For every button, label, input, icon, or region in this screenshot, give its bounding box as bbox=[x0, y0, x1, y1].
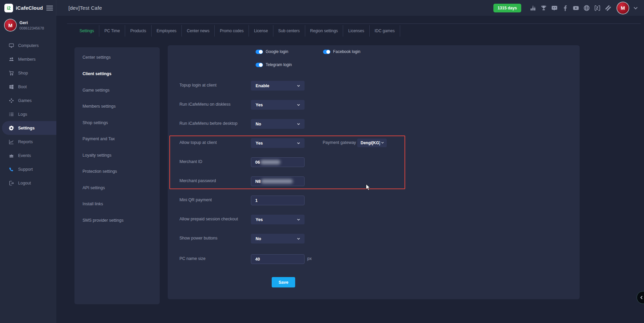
tab-license[interactable]: License bbox=[249, 25, 273, 37]
tab-settings[interactable]: Settings bbox=[74, 25, 99, 37]
sidebar-user-avatar: M bbox=[5, 19, 16, 31]
sidebar-item-label: Reports bbox=[18, 140, 33, 144]
icafecloud-square-icon[interactable] bbox=[594, 4, 601, 12]
stripes-logo-icon[interactable] bbox=[604, 4, 612, 12]
youtube-icon[interactable] bbox=[572, 4, 580, 12]
tab-promo-codes[interactable]: Promo codes bbox=[215, 25, 249, 37]
collapse-widget-button[interactable] bbox=[637, 291, 644, 304]
save-button[interactable]: Save bbox=[272, 277, 295, 287]
sidebar-item-label: Support bbox=[18, 167, 33, 172]
submenu-game-settings[interactable]: Game settings bbox=[83, 88, 110, 93]
ranking-icon[interactable] bbox=[529, 4, 537, 12]
gear-icon bbox=[9, 125, 14, 131]
crown-icon bbox=[9, 153, 14, 158]
monitor-icon bbox=[9, 43, 14, 48]
sidebar-item-events[interactable]: Events bbox=[2, 149, 56, 162]
submenu-payment-and-tax[interactable]: Payment and Tax bbox=[83, 137, 115, 141]
telegram-login-toggle[interactable] bbox=[256, 63, 263, 67]
sidebar-item-reports[interactable]: Reports bbox=[2, 135, 56, 149]
globe-icon[interactable] bbox=[583, 4, 590, 12]
tab-idc-games[interactable]: IDC games bbox=[370, 25, 400, 37]
submenu-members-settings[interactable]: Members settings bbox=[83, 104, 116, 109]
sidebar-item-label: Events bbox=[18, 153, 31, 158]
prepaid-checkout-select[interactable]: Yes bbox=[251, 215, 305, 224]
run-before-desktop-select[interactable]: No bbox=[251, 119, 305, 129]
sidebar-item-label: Computers bbox=[18, 43, 39, 48]
app-logo-text: iCafeCloud bbox=[16, 5, 43, 11]
tab-sub-centers[interactable]: Sub centers bbox=[273, 25, 305, 37]
gamepad-icon bbox=[9, 98, 14, 103]
submenu-sms-provider-settings[interactable]: SMS provider settings bbox=[83, 218, 123, 223]
google-login-toggle[interactable] bbox=[256, 50, 263, 54]
run-diskless-select[interactable]: Yes bbox=[251, 100, 305, 110]
sidebar-item-games[interactable]: Games bbox=[2, 94, 56, 107]
sidebar-item-boot[interactable]: Boot bbox=[2, 80, 56, 94]
app-logo-icon: i2 bbox=[4, 4, 13, 12]
settings-submenu: Center settings Client settings Game set… bbox=[74, 47, 160, 304]
facebook-login-toggle[interactable] bbox=[323, 50, 330, 54]
menu-toggle-icon[interactable] bbox=[46, 4, 53, 12]
sidebar-item-settings[interactable]: Settings bbox=[2, 121, 56, 135]
merchant-id-label: Merchant ID bbox=[179, 159, 202, 164]
sidebar-item-computers[interactable]: Computers bbox=[2, 39, 56, 52]
submenu-protection-settings[interactable]: Protection settings bbox=[83, 169, 117, 174]
merchant-password-input[interactable] bbox=[251, 176, 305, 186]
mini-qr-input[interactable] bbox=[251, 196, 305, 205]
sidebar-item-logs[interactable]: Logs bbox=[2, 107, 56, 121]
pc-name-size-input[interactable] bbox=[251, 254, 305, 264]
allow-topup-label: Allow topup at client bbox=[179, 140, 217, 145]
sidebar-user[interactable]: M Geri 008612345678 bbox=[5, 19, 44, 31]
sidebar-item-label: Boot bbox=[18, 85, 27, 89]
prepaid-checkout-label: Allow prepaid session checkout bbox=[179, 217, 238, 221]
sidebar-item-members[interactable]: Members bbox=[2, 52, 56, 66]
cafe-title: [dev]Test Cafe bbox=[68, 5, 102, 11]
discord-icon[interactable] bbox=[551, 4, 558, 12]
mini-qr-label: Mini QR payment bbox=[179, 198, 212, 202]
sidebar-item-label: Logs bbox=[18, 112, 27, 117]
chevron-left-icon bbox=[639, 295, 644, 300]
run-before-desktop-label: Run iCafeMenu before desktop bbox=[179, 121, 237, 126]
facebook-login-row: Facebook login bbox=[323, 49, 360, 54]
cart-icon bbox=[9, 70, 14, 76]
icafecloud-settings-page: { "header": { "logo_glyph": "i2", "logo_… bbox=[0, 0, 644, 323]
tab-pc-time[interactable]: PC Time bbox=[99, 25, 125, 37]
license-days-badge[interactable]: 1315 days bbox=[493, 4, 521, 12]
submenu-install-links[interactable]: Install links bbox=[83, 202, 103, 206]
tab-employees[interactable]: Employees bbox=[152, 25, 182, 37]
power-buttons-label: Show power buttons bbox=[179, 236, 217, 240]
trophy-icon[interactable] bbox=[540, 4, 547, 12]
tab-products[interactable]: Products bbox=[125, 25, 151, 37]
submenu-client-settings[interactable]: Client settings bbox=[83, 71, 111, 76]
run-diskless-label: Run iCafeMenu on diskless bbox=[179, 102, 230, 107]
submenu-center-settings[interactable]: Center settings bbox=[83, 55, 111, 60]
facebook-icon[interactable] bbox=[561, 4, 569, 12]
payment-gateway-select[interactable]: Dengi[KG] bbox=[357, 139, 387, 147]
submenu-api-settings[interactable]: API settings bbox=[83, 185, 105, 190]
tab-region-settings[interactable]: Region settings bbox=[305, 25, 343, 37]
tab-licenses[interactable]: Licenses bbox=[343, 25, 369, 37]
chevron-down-icon[interactable] bbox=[632, 4, 639, 12]
merchant-id-input[interactable] bbox=[251, 157, 305, 167]
user-avatar[interactable]: M bbox=[617, 2, 629, 14]
facebook-login-label: Facebook login bbox=[333, 49, 360, 54]
allow-topup-select[interactable]: Yes bbox=[251, 138, 305, 148]
tab-bar: Settings PC Time Products Employees Cent… bbox=[74, 25, 400, 37]
sidebar-item-label: Games bbox=[18, 98, 32, 103]
power-buttons-select[interactable]: No bbox=[251, 234, 305, 244]
sidebar-item-shop[interactable]: Shop bbox=[2, 66, 56, 80]
user-name: Geri bbox=[19, 20, 44, 25]
user-phone: 008612345678 bbox=[19, 26, 44, 30]
sidebar-item-support[interactable]: Support bbox=[2, 162, 56, 176]
tab-center-news[interactable]: Center news bbox=[182, 25, 215, 37]
windows-icon bbox=[9, 84, 14, 90]
submenu-shop-settings[interactable]: Shop settings bbox=[83, 120, 108, 125]
sidebar-item-logout[interactable]: Logout bbox=[2, 176, 56, 190]
sidebar-item-label: Members bbox=[18, 57, 36, 62]
sidebar-menu: Computers Members Shop Boot Games Logs S… bbox=[0, 39, 56, 190]
topup-login-select[interactable]: Enable bbox=[251, 81, 305, 91]
tabs-divider bbox=[67, 23, 641, 24]
users-icon bbox=[9, 57, 14, 62]
submenu-loyalty-settings[interactable]: Loyalty settings bbox=[83, 153, 111, 158]
pc-name-size-label: PC name size bbox=[179, 256, 206, 261]
telegram-login-row: Telegram login bbox=[256, 62, 292, 67]
